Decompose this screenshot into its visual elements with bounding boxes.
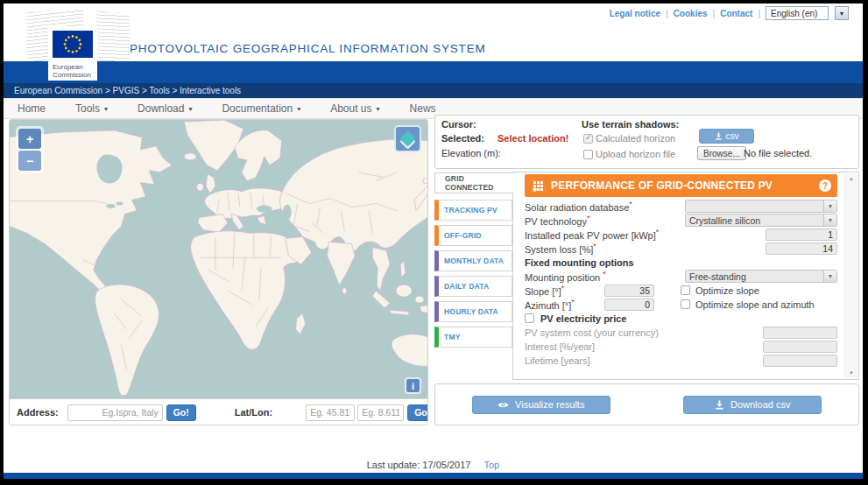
map-layers-button[interactable] (394, 125, 421, 152)
legal-notice-link[interactable]: Legal notice (610, 9, 660, 18)
required-mark: * (603, 270, 606, 278)
address-input[interactable] (67, 404, 163, 421)
pv-technology-select-value: Crystalline silicon (686, 215, 823, 226)
contact-link[interactable]: Contact (720, 9, 752, 18)
european-commission-logo[interactable]: European Commission (48, 26, 97, 81)
form-row-database: Solar radiation database* ▼ (525, 200, 837, 213)
nav-item-download[interactable]: Download▾ (138, 102, 192, 115)
zoom-out-button[interactable]: − (18, 151, 41, 171)
eye-icon (498, 401, 509, 409)
mounting-position-label: Mounting position * (525, 270, 685, 283)
cookies-link[interactable]: Cookies (674, 9, 708, 18)
system-loss-input[interactable] (766, 242, 837, 255)
nav-item-about-us[interactable]: About us▾ (330, 102, 379, 115)
address-bar: Address: Go! Lat/Lon: Go! (10, 398, 427, 425)
form-row-pv-price: PV electricity price (525, 312, 837, 325)
map-info-button[interactable]: i (405, 377, 421, 394)
lifetime-input[interactable] (763, 355, 837, 367)
language-select[interactable]: English (en) (766, 6, 829, 20)
optimize-both-checkbox[interactable] (681, 299, 690, 309)
azimuth-input[interactable] (604, 299, 654, 311)
optimize-slope-option: Optimize slope (681, 285, 837, 296)
optimize-slope-checkbox[interactable] (681, 285, 690, 295)
top-link[interactable]: Top (483, 460, 499, 470)
nav-item-home[interactable]: Home (18, 102, 46, 115)
upload-horizon-label: Upload horizon file (596, 149, 675, 159)
help-icon[interactable]: ? (819, 179, 831, 192)
slope-label: Slope [°]* (525, 284, 604, 297)
optimize-slope-label: Optimize slope (695, 285, 759, 296)
location-status-panel: Cursor: Selected: Select location! Eleva… (434, 115, 859, 169)
required-mark: * (593, 242, 596, 250)
azimuth-label: Azimuth [°]* (525, 298, 604, 311)
address-go-button[interactable]: Go! (166, 404, 196, 421)
nav-item-documentation[interactable]: Documentation▾ (222, 102, 300, 115)
nav-item-news[interactable]: News (410, 102, 436, 115)
tab-monthly-data[interactable]: MONTHLY DATA (434, 250, 512, 271)
browse-button[interactable]: Browse... (697, 146, 746, 160)
form-row-pv-technology: PV technology* Crystalline silicon▼ (525, 214, 837, 227)
required-mark: * (571, 298, 575, 306)
form-row-mounting-position: Mounting position * Free-standing▼ (525, 270, 837, 283)
breadcrumb[interactable]: European Commission > PVGIS > Tools > In… (4, 83, 863, 98)
database-select[interactable]: ▼ (685, 200, 837, 213)
tab-tracking-pv[interactable]: TRACKING PV (434, 200, 512, 221)
lifetime-label: Lifetime [years] (525, 355, 763, 366)
logo-text: European Commission (53, 63, 93, 79)
pv-technology-label: PV technology* (525, 214, 685, 227)
tab-daily-data[interactable]: DAILY DATA (434, 276, 512, 297)
map-zoom-control: + − (16, 126, 44, 173)
optimize-both-option: Optimize slope and azimuth (681, 299, 837, 310)
form-row-interest: Interest [%/year] (525, 340, 837, 353)
actions-panel: Visualize results Download csv (434, 383, 859, 425)
pv-panel-icon (533, 180, 544, 192)
form-row-slope: Slope [°]* Optimize slope (525, 284, 837, 297)
pv-price-checkbox[interactable] (525, 313, 534, 323)
grid-connected-form: PERFORMANCE OF GRID-CONNECTED PV ? Solar… (512, 172, 859, 380)
separator: | (666, 9, 668, 18)
nav-label: About us (330, 102, 371, 115)
latlon-go-button[interactable]: Go! (407, 404, 428, 421)
latitude-input[interactable] (306, 404, 355, 421)
pv-technology-select[interactable]: Crystalline silicon▼ (685, 214, 837, 227)
form-scrollbar[interactable]: ▲ ▼ (844, 173, 857, 378)
zoom-in-button[interactable]: + (18, 129, 41, 149)
chevron-down-icon: ▼ (823, 214, 836, 226)
chevron-down-icon: ▾ (188, 105, 192, 113)
upload-horizon-option: Upload horizon file (583, 149, 675, 159)
scroll-up-icon[interactable]: ▲ (845, 176, 857, 181)
longitude-input[interactable] (357, 404, 404, 421)
logo-line-2: Commission (53, 71, 93, 79)
address-label: Address: (17, 407, 59, 418)
visualize-results-button[interactable]: Visualize results (472, 396, 610, 414)
download-icon (715, 400, 724, 410)
nav-item-tools[interactable]: Tools▾ (75, 102, 108, 115)
tab-off-grid[interactable]: OFF-GRID (434, 225, 512, 246)
slope-input[interactable] (604, 285, 654, 297)
tab-tmy[interactable]: TMY (434, 327, 512, 348)
required-mark: * (587, 214, 590, 222)
chevron-down-icon: ▾ (377, 105, 380, 113)
download-csv-button[interactable]: Download csv (683, 396, 822, 414)
system-cost-input[interactable] (763, 327, 837, 339)
peak-power-input[interactable] (766, 228, 837, 241)
required-mark: * (561, 284, 565, 292)
form-row-peak-power: Installed peak PV power [kWp]* (525, 228, 837, 241)
chevron-down-icon[interactable]: ▼ (835, 6, 849, 20)
visualize-results-label: Visualize results (515, 399, 584, 410)
chevron-down-icon: ▼ (823, 200, 836, 212)
interest-input[interactable] (763, 341, 837, 353)
tab-grid-connected[interactable]: GRID CONNECTED (434, 172, 513, 193)
chevron-down-icon: ▾ (297, 105, 300, 113)
tab-hourly-data[interactable]: HOURLY DATA (434, 301, 512, 322)
database-label: Solar radiation database* (525, 200, 685, 213)
upload-horizon-checkbox[interactable] (583, 150, 593, 159)
logo-line-1: European (53, 63, 93, 71)
mounting-position-select[interactable]: Free-standing▼ (685, 270, 837, 283)
world-map[interactable]: + − i (10, 120, 427, 398)
mounting-position-select-value: Free-standing (686, 271, 823, 282)
horizon-csv-button[interactable]: csv (699, 129, 754, 144)
scroll-down-icon[interactable]: ▼ (845, 370, 857, 376)
peak-power-label: Installed peak PV power [kWp]* (525, 228, 766, 241)
calculated-horizon-checkbox[interactable] (583, 134, 593, 144)
